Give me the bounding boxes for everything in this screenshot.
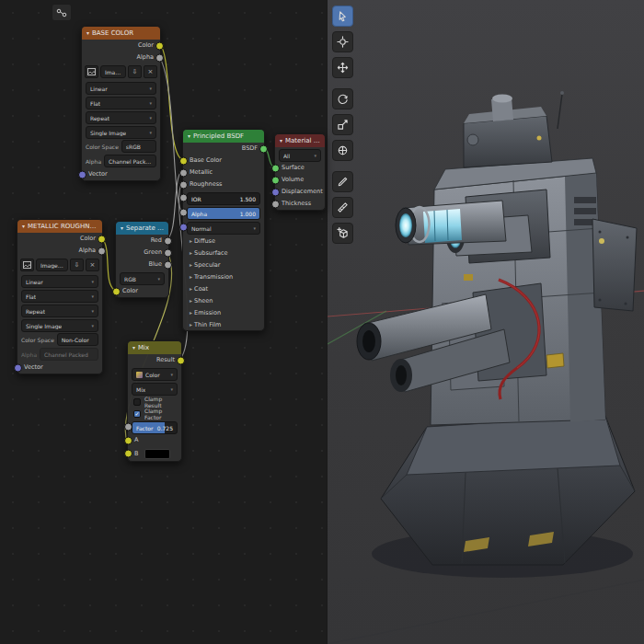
node-header[interactable]: ▾ Separate Color — [116, 222, 168, 235]
tool-transform[interactable] — [332, 140, 353, 161]
panel-coat[interactable]: ▸ Coat — [183, 282, 264, 294]
image-icon[interactable] — [85, 65, 98, 78]
socket-bsdf-output[interactable] — [259, 144, 268, 153]
color-b-swatch[interactable] — [144, 449, 170, 459]
socket-alpha-output[interactable] — [155, 53, 164, 62]
unlink-image-icon[interactable]: × — [86, 259, 99, 271]
source-select[interactable]: Single Image ▾ — [86, 126, 156, 139]
color-space-select[interactable]: Non-Color — [57, 333, 98, 346]
node-image-texture-metallic-roughness[interactable]: ▾ METALLIC ROUGHNESS Color Alpha — [17, 219, 103, 374]
socket-color-output[interactable] — [155, 41, 164, 50]
socket-a-input[interactable] — [124, 436, 132, 444]
image-icon[interactable] — [20, 259, 34, 271]
node-header[interactable]: ▾ BASE COLOR — [82, 27, 160, 40]
tool-tweak-select[interactable] — [332, 6, 353, 27]
socket-normal-input[interactable] — [179, 224, 188, 232]
target-select[interactable]: All ▾ — [279, 149, 321, 162]
interpolation-select[interactable]: Linear ▾ — [86, 82, 156, 95]
node-header[interactable]: ▾ Material Output — [275, 134, 325, 147]
socket-vector-input[interactable] — [78, 170, 86, 178]
tool-scale[interactable] — [332, 114, 353, 135]
chevron-down-icon[interactable]: ▾ — [86, 27, 89, 40]
turret-model[interactable] — [357, 91, 637, 578]
interpolation-select[interactable]: Linear ▾ — [21, 275, 98, 288]
panel-subsurface[interactable]: ▸ Subsurface — [183, 247, 264, 259]
chevron-down-icon[interactable]: ▾ — [280, 134, 282, 147]
socket-color-output[interactable] — [98, 235, 106, 243]
node-title: Mix — [138, 341, 149, 354]
panel-sheen[interactable]: ▸ Sheen — [183, 294, 264, 306]
extension-value: Repeat — [26, 308, 45, 315]
socket-green-output[interactable] — [164, 248, 172, 257]
color-space-select[interactable]: sRGB — [121, 140, 156, 153]
source-select[interactable]: Single Image ▾ — [21, 319, 98, 332]
mode-select[interactable]: RGB ▾ — [120, 272, 165, 285]
node-mix-color[interactable]: ▾ Mix Result Color ▾ Mix ▾ Clamp Result … — [127, 340, 182, 462]
chevron-down-icon[interactable]: ▾ — [121, 222, 123, 235]
data-type-select[interactable]: Color ▾ — [132, 368, 178, 381]
socket-row: Base Color — [183, 155, 264, 167]
socket-volume-input[interactable] — [271, 176, 280, 184]
socket-red-output[interactable] — [164, 236, 172, 245]
panel-transmission[interactable]: ▸ Transmission — [183, 270, 264, 282]
panel-emission[interactable]: ▸ Emission — [183, 306, 264, 318]
panel-thin-film[interactable]: ▸ Thin Film — [183, 318, 264, 330]
ior-slider[interactable]: IOR 1.500 — [187, 192, 260, 205]
clamp-factor-checkbox[interactable]: ✓ — [133, 410, 141, 418]
projection-select[interactable]: Flat ▾ — [86, 97, 156, 109]
node-separate-color[interactable]: ▾ Separate Color Red Green Blue RGB ▾ Co… — [115, 221, 169, 298]
alpha-slider[interactable]: Alpha 1.000 — [187, 207, 260, 220]
alpha-mode-select[interactable]: Channel Packed — [40, 348, 98, 361]
socket-thickness-input[interactable] — [271, 200, 280, 208]
tool-annotate[interactable] — [332, 171, 353, 192]
extension-select[interactable]: Repeat ▾ — [21, 305, 98, 317]
image-name-select[interactable]: Image_0 — [100, 65, 126, 78]
factor-slider[interactable]: Factor 0.725 — [132, 421, 178, 434]
socket-result-output[interactable] — [177, 356, 185, 364]
pack-image-icon[interactable]: ⇩ — [128, 65, 142, 78]
chevron-down-icon: ▾ — [91, 293, 94, 299]
node-header[interactable]: ▾ Principled BSDF — [183, 130, 264, 143]
node-principled-bsdf[interactable]: ▾ Principled BSDF BSDF Base Color Metall… — [182, 129, 265, 331]
socket-row: Metallic — [183, 167, 264, 178]
tool-rotate[interactable] — [332, 88, 353, 109]
socket-base-color-input[interactable] — [179, 156, 188, 165]
node-header[interactable]: ▾ Mix — [128, 341, 181, 354]
extension-select[interactable]: Repeat ▾ — [86, 111, 156, 124]
socket-roughness-input[interactable] — [179, 180, 188, 189]
socket-displacement-input[interactable] — [271, 188, 280, 196]
socket-surface-input[interactable] — [271, 164, 280, 172]
unlink-image-icon[interactable]: × — [144, 65, 157, 78]
panel-label: Transmission — [194, 273, 233, 281]
pack-image-icon[interactable]: ⇩ — [70, 259, 84, 271]
node-image-texture-base-color[interactable]: ▾ BASE COLOR Color Alpha Image_ — [81, 26, 161, 181]
clamp-result-checkbox[interactable] — [133, 398, 141, 406]
socket-b-input[interactable] — [124, 450, 132, 458]
projection-select[interactable]: Flat ▾ — [21, 290, 98, 303]
3d-viewport[interactable] — [327, 0, 644, 644]
editor-type-button[interactable] — [52, 4, 72, 21]
node-header[interactable]: ▾ METALLIC ROUGHNESS — [17, 220, 102, 233]
chevron-down-icon[interactable]: ▾ — [22, 220, 25, 233]
socket-color-input[interactable] — [112, 287, 121, 295]
socket-row: Color — [17, 233, 102, 245]
socket-blue-output[interactable] — [164, 260, 172, 269]
alpha-mode-select[interactable]: Channel Packed — [104, 155, 156, 167]
chevron-down-icon[interactable]: ▾ — [132, 341, 135, 354]
blend-mode-select[interactable]: Mix ▾ — [132, 383, 178, 396]
tool-cursor[interactable] — [332, 31, 353, 52]
shader-node-editor[interactable]: ▾ BASE COLOR Color Alpha Image_ — [0, 0, 327, 644]
socket-vector-input[interactable] — [14, 363, 22, 372]
tool-measure[interactable] — [332, 197, 353, 218]
socket-metallic-input[interactable] — [179, 168, 188, 177]
image-name-select[interactable]: Image_1 — [36, 259, 68, 271]
node-material-output[interactable]: ▾ Material Output All ▾ Surface Volume D… — [274, 133, 326, 211]
tool-add-cube[interactable] — [332, 223, 353, 244]
socket-alpha-output[interactable] — [98, 247, 106, 255]
panel-diffuse[interactable]: ▸ Diffuse — [183, 235, 264, 247]
chevron-down-icon[interactable]: ▾ — [188, 130, 190, 143]
panel-specular[interactable]: ▸ Specular — [183, 259, 264, 270]
tool-move[interactable] — [332, 57, 353, 78]
blend-mode-value: Mix — [136, 386, 145, 393]
normal-select[interactable]: Normal ▾ — [187, 222, 260, 235]
